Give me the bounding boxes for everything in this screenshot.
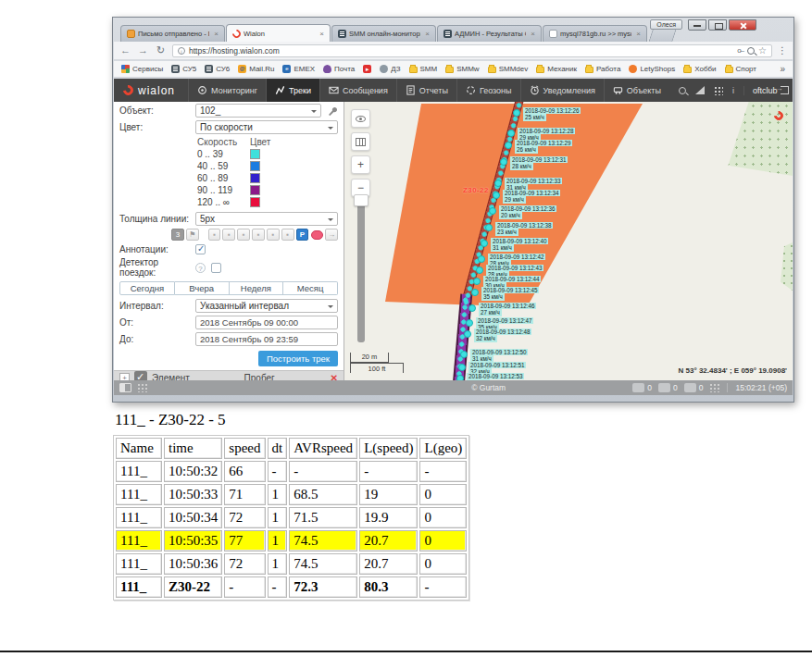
tab-close-icon[interactable] bbox=[423, 30, 431, 38]
help-icon[interactable] bbox=[195, 263, 206, 273]
bookmark-item[interactable]: EMEX bbox=[282, 65, 315, 73]
tab-close-icon[interactable] bbox=[318, 30, 326, 38]
bookmark-item[interactable]: SMM bbox=[409, 65, 438, 73]
browser-tab[interactable]: Wialon bbox=[226, 24, 331, 42]
apps-status-icon[interactable] bbox=[709, 383, 720, 392]
annotations-checkbox[interactable] bbox=[195, 244, 206, 254]
zoom-icon[interactable] bbox=[747, 47, 755, 55]
track-point[interactable] bbox=[489, 207, 496, 215]
track-point[interactable] bbox=[458, 364, 466, 371]
nav-item-notifications[interactable]: Уведомления bbox=[520, 79, 604, 102]
ruler-icon[interactable] bbox=[695, 86, 705, 94]
bookmarks-overflow-chevron[interactable]: » bbox=[780, 64, 785, 74]
track-point[interactable] bbox=[456, 375, 464, 380]
bookmark-item[interactable]: Почта bbox=[323, 65, 355, 73]
address-bar[interactable]: https://hosting.wialon.com bbox=[172, 44, 772, 57]
bookmark-item[interactable]: Работа bbox=[585, 65, 620, 73]
track-point[interactable] bbox=[471, 289, 479, 296]
wrench-icon[interactable] bbox=[327, 105, 338, 117]
nav-item-tracks[interactable]: Треки bbox=[266, 79, 319, 102]
visibility-button[interactable] bbox=[351, 109, 370, 128]
zoom-in-button[interactable]: + bbox=[351, 155, 370, 174]
password-key-icon[interactable] bbox=[737, 46, 743, 55]
bookmark-item[interactable]: SMMdev bbox=[488, 65, 529, 73]
nav-item-monitoring[interactable]: Мониторинг bbox=[188, 79, 266, 102]
browser-menu-icon[interactable] bbox=[778, 46, 787, 56]
zoom-slider[interactable] bbox=[357, 194, 365, 342]
line-width-select[interactable]: 5px bbox=[195, 212, 338, 226]
info-icon[interactable] bbox=[732, 86, 734, 95]
site-info-icon[interactable] bbox=[178, 47, 185, 55]
sensors-marker-button[interactable] bbox=[281, 229, 294, 241]
track-point[interactable] bbox=[473, 278, 481, 285]
zoom-slider-handle[interactable] bbox=[354, 194, 369, 206]
forward-button[interactable]: → bbox=[137, 45, 149, 56]
bookmark-item[interactable]: Механик bbox=[536, 65, 577, 73]
track-point[interactable] bbox=[464, 330, 471, 338]
status-counter-icon-1[interactable] bbox=[658, 383, 670, 392]
user-box[interactable]: oftclub bbox=[743, 86, 790, 95]
track-point[interactable] bbox=[505, 142, 512, 149]
object-select[interactable]: 102_ bbox=[195, 104, 321, 118]
expand-all-icon[interactable] bbox=[119, 373, 130, 381]
track-point[interactable] bbox=[460, 351, 468, 358]
build-track-button[interactable]: Построить трек bbox=[258, 351, 338, 366]
quick-range-button[interactable]: Вчера bbox=[175, 281, 230, 295]
track-point[interactable] bbox=[478, 255, 485, 263]
browser-tab[interactable]: Письмо отправлено - П bbox=[120, 25, 225, 42]
nav-item-objects[interactable]: Объекты bbox=[604, 79, 669, 102]
window-titlebar[interactable]: Олеся Письмо отправлено - ПWialonSMM онл… bbox=[113, 18, 793, 26]
bookmark-item[interactable]: СУ6 bbox=[205, 65, 230, 73]
track-point[interactable] bbox=[513, 109, 520, 117]
browser-tab[interactable]: SMM онлайн-монитори bbox=[331, 25, 436, 42]
video-marker-button[interactable] bbox=[237, 229, 250, 241]
wialon-logo[interactable]: wialon bbox=[114, 79, 188, 102]
status-counter-icon-0[interactable] bbox=[632, 383, 644, 392]
track-point[interactable] bbox=[507, 130, 515, 137]
track-point[interactable] bbox=[494, 180, 502, 187]
track-point[interactable] bbox=[476, 267, 483, 274]
tab-close-icon[interactable] bbox=[212, 30, 220, 38]
color-select[interactable]: По скорости bbox=[195, 120, 338, 134]
bookmark-item[interactable]: LetyShops bbox=[629, 65, 675, 73]
tab-close-icon[interactable] bbox=[634, 30, 643, 38]
trip-detector-checkbox[interactable] bbox=[211, 263, 221, 273]
events-marker-button[interactable] bbox=[208, 229, 221, 241]
interval-select[interactable]: Указанный интервал bbox=[195, 299, 338, 313]
track-point[interactable] bbox=[485, 224, 493, 231]
nav-item-messages[interactable]: Сообщения bbox=[319, 79, 396, 102]
apps-grid-icon[interactable] bbox=[714, 86, 723, 95]
from-input[interactable] bbox=[195, 316, 338, 329]
quick-range-button[interactable]: Неделя bbox=[230, 281, 284, 295]
toggle-panel-icon[interactable] bbox=[119, 383, 131, 392]
profile-button[interactable]: Олеся bbox=[650, 19, 682, 30]
track-point[interactable] bbox=[481, 240, 488, 247]
flag-marker-button[interactable] bbox=[186, 229, 199, 241]
bookmark-item[interactable]: Спорт bbox=[725, 65, 757, 73]
stops-marker-button[interactable] bbox=[267, 229, 280, 241]
url-text[interactable]: https://hosting.wialon.com bbox=[189, 46, 733, 56]
bookmark-item[interactable] bbox=[363, 65, 371, 73]
toggle-grid-icon[interactable] bbox=[137, 383, 148, 392]
status-counter-icon-2[interactable] bbox=[684, 383, 696, 392]
track-point[interactable] bbox=[500, 158, 507, 166]
reload-button[interactable]: ↻ bbox=[155, 45, 167, 56]
bookmark-star-icon[interactable] bbox=[758, 46, 767, 56]
minimize-button[interactable] bbox=[688, 19, 706, 31]
track-point[interactable] bbox=[493, 192, 500, 199]
nav-item-reports[interactable]: Отчеты bbox=[396, 79, 456, 102]
logout-icon[interactable] bbox=[781, 86, 789, 94]
arrow-marker-button[interactable] bbox=[325, 229, 338, 241]
images-marker-button[interactable] bbox=[222, 229, 235, 241]
bookmark-item[interactable]: ДЗ bbox=[380, 65, 400, 73]
quick-range-button[interactable]: Месяц bbox=[283, 281, 338, 295]
parkings-marker-button[interactable]: P bbox=[296, 229, 309, 241]
close-button[interactable] bbox=[729, 19, 756, 31]
maximize-button[interactable] bbox=[708, 19, 727, 31]
nav-item-geofences[interactable]: Геозоны bbox=[456, 79, 520, 102]
to-input[interactable] bbox=[195, 332, 338, 346]
minimap-button[interactable] bbox=[351, 132, 370, 151]
bookmark-item[interactable]: СУ5 bbox=[171, 65, 196, 73]
speedings-marker-button[interactable] bbox=[310, 229, 323, 241]
quick-range-button[interactable]: Сегодня bbox=[119, 281, 175, 295]
